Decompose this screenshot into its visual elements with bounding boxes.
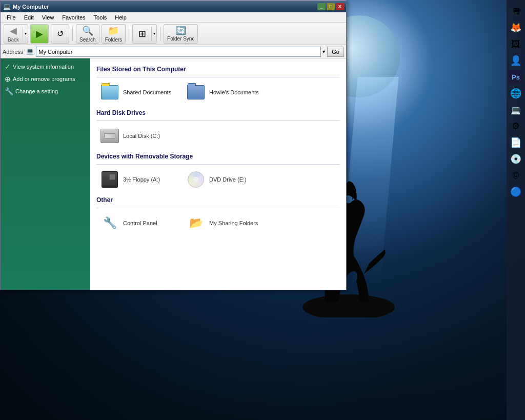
floppy-a-label: 3½ Floppy (A:) <box>123 176 160 183</box>
taskbar-copyright-icon[interactable]: © <box>509 168 523 183</box>
taskbar-user-icon[interactable]: 👤 <box>509 53 523 68</box>
refresh-button[interactable]: ↺ <box>51 24 69 44</box>
section-divider-1 <box>96 77 340 77</box>
section-divider-4 <box>96 208 340 208</box>
my-sharing-folders-icon: 📂 <box>187 214 205 232</box>
menu-edit[interactable]: Edit <box>20 12 38 22</box>
menu-file[interactable]: File <box>3 12 20 22</box>
task-panel: ✓ View system information ⊕ Add or remov… <box>1 58 90 290</box>
shared-documents-item[interactable]: Shared Documents <box>98 82 180 103</box>
toolbar-sep-2 <box>129 27 129 41</box>
taskbar-word-icon[interactable]: 📄 <box>509 135 523 150</box>
dvd-e-label: DVD Drive (E:) <box>209 176 247 183</box>
removable-items: 3½ Floppy (A:) DVD Drive (E:) <box>96 169 340 190</box>
window-icon: 💻 <box>3 3 11 11</box>
shared-documents-label: Shared Documents <box>123 89 171 95</box>
address-dropdown[interactable]: ▾ <box>322 49 325 54</box>
control-panel-item[interactable]: 🔧 Control Panel <box>98 212 180 234</box>
toolbar-sep-3 <box>160 27 160 41</box>
toolbar-sep-1 <box>72 27 73 41</box>
taskbar-photoshop-icon[interactable]: Ps <box>509 70 523 84</box>
floppy-a-item[interactable]: 3½ Floppy (A:) <box>98 169 180 190</box>
svg-point-0 <box>302 294 395 317</box>
files-stored-items: Shared Documents Howie's Documents <box>96 82 340 103</box>
main-area: Files Stored on This Computer Shared Doc… <box>90 58 346 290</box>
howies-documents-item[interactable]: Howie's Documents <box>185 82 267 103</box>
address-bar: Address 💻 ▾ Go <box>1 45 346 58</box>
my-sharing-folders-item[interactable]: 📂 My Sharing Folders <box>185 212 267 234</box>
control-panel-icon: 🔧 <box>100 214 119 232</box>
window-controls: _ □ ✕ <box>317 3 344 10</box>
go-button[interactable]: Go <box>327 47 344 57</box>
taskbar-right: 🖥 🦊 🖼 👤 Ps 🌐 💻 ⚙ 📄 💿 © 🔵 <box>507 0 525 420</box>
section-files-stored-title: Files Stored on This Computer <box>96 66 340 73</box>
close-button[interactable]: ✕ <box>336 3 344 10</box>
hard-disk-items: Local Disk (C:) <box>96 125 340 147</box>
section-hard-disk-title: Hard Disk Drives <box>96 109 340 116</box>
menu-favorites[interactable]: Favorites <box>58 12 89 22</box>
my-sharing-folders-label: My Sharing Folders <box>209 220 258 226</box>
dvd-e-icon <box>187 170 205 189</box>
section-other-title: Other <box>96 196 340 204</box>
address-computer-icon: 💻 <box>26 48 34 56</box>
taskbar-cd-icon[interactable]: 💿 <box>509 152 523 166</box>
folder-sync-button[interactable]: 🔄 Folder Sync <box>164 24 198 44</box>
title-bar[interactable]: 💻 My Computer _ □ ✕ <box>1 1 346 12</box>
address-input[interactable] <box>36 47 321 57</box>
section-removable-title: Devices with Removable Storage <box>96 153 340 160</box>
section-divider-2 <box>96 121 340 121</box>
control-panel-label: Control Panel <box>123 220 157 226</box>
back-button[interactable]: ◀ Back <box>4 24 23 44</box>
search-button[interactable]: 🔍 Search <box>76 24 99 44</box>
taskbar-globe-icon[interactable]: 🌐 <box>509 86 523 101</box>
dvd-e-item[interactable]: DVD Drive (E:) <box>185 169 267 190</box>
taskbar-monitor-icon[interactable]: 🖥 <box>509 4 523 18</box>
taskbar-app-icon[interactable]: 🔵 <box>509 185 523 199</box>
task-add-remove-programs[interactable]: ⊕ Add or remove programs <box>1 73 90 85</box>
check-icon: ✓ <box>5 63 11 71</box>
minimize-button[interactable]: _ <box>317 3 326 10</box>
taskbar-firefox-icon[interactable]: 🦊 <box>509 21 523 35</box>
views-button[interactable]: ⊞ <box>133 24 151 44</box>
taskbar-settings-icon[interactable]: ⚙ <box>509 119 523 133</box>
add-programs-icon: ⊕ <box>5 75 11 83</box>
taskbar-image-icon[interactable]: 🖼 <box>509 37 523 51</box>
my-computer-window: 💻 My Computer _ □ ✕ File Edit View Favor… <box>0 0 347 290</box>
howies-documents-label: Howie's Documents <box>209 89 259 95</box>
content-area: ✓ View system information ⊕ Add or remov… <box>1 58 346 290</box>
task-view-system-info[interactable]: ✓ View system information <box>1 61 90 73</box>
taskbar-terminal-icon[interactable]: 💻 <box>509 103 523 117</box>
other-items: 🔧 Control Panel 📂 My Sharing Folders <box>96 212 340 234</box>
local-disk-c-item[interactable]: Local Disk (C:) <box>98 125 180 147</box>
folders-button[interactable]: 📁 Folders <box>102 24 126 44</box>
forward-button[interactable]: ▶ <box>30 24 49 44</box>
views-dropdown[interactable]: ▾ <box>151 27 156 41</box>
section-divider-3 <box>96 164 340 165</box>
shared-documents-icon <box>100 83 119 102</box>
wrench-icon: 🔧 <box>5 87 13 95</box>
local-disk-c-label: Local Disk (C:) <box>123 133 160 139</box>
window-title: My Computer <box>13 4 317 10</box>
back-dropdown[interactable]: ▾ <box>23 27 28 41</box>
toolbar: ◀ Back ▾ ▶ ↺ 🔍 Search 📁 Folders ⊞ <box>1 23 346 45</box>
menu-view[interactable]: View <box>38 12 58 22</box>
task-change-setting[interactable]: 🔧 Change a setting <box>1 85 90 97</box>
menu-tools[interactable]: Tools <box>90 12 111 22</box>
maximize-button[interactable]: □ <box>327 3 335 10</box>
howies-documents-icon <box>187 83 205 102</box>
menu-help[interactable]: Help <box>111 12 131 22</box>
local-disk-c-icon <box>100 127 119 145</box>
menu-bar: File Edit View Favorites Tools Help <box>1 12 346 23</box>
address-label: Address <box>3 49 23 55</box>
floppy-a-icon <box>100 170 119 189</box>
